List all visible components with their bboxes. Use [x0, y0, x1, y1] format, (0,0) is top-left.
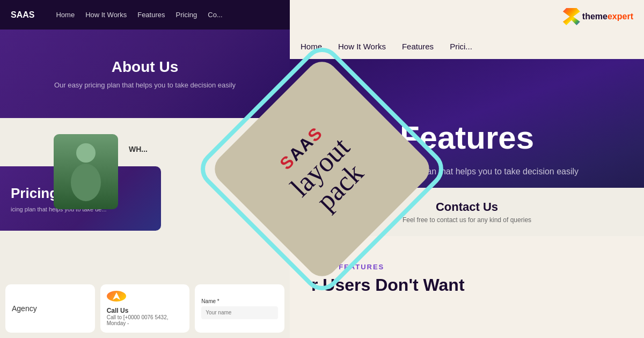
- logo-text: themeexpert: [582, 12, 633, 21]
- call-icon: [107, 291, 126, 302]
- users-dont-want-heading: r Users Don't Want: [301, 275, 633, 295]
- left-nav-links: Home How It Works Features Pricing Co...: [56, 11, 222, 19]
- left-nav-pricing[interactable]: Pricing: [176, 11, 197, 19]
- right-nav-features[interactable]: Features: [402, 42, 434, 51]
- svg-marker-2: [113, 292, 120, 300]
- about-us-section: About Us Our easy pricing plan that help…: [0, 30, 290, 118]
- left-logo: SAAS: [11, 10, 34, 20]
- contact-subtitle: Feel free to contact us for any kind of …: [402, 216, 531, 224]
- person-image-inner: [54, 134, 118, 209]
- themexpert-logo: themeexpert: [563, 8, 633, 25]
- left-nav-features[interactable]: Features: [137, 11, 165, 19]
- logo-expert: expert: [608, 12, 633, 21]
- left-nav-howitworks[interactable]: How It Works: [85, 11, 127, 19]
- agency-card: Agency: [5, 284, 95, 333]
- contact-title: Contact Us: [436, 200, 498, 214]
- right-nav-howitworks[interactable]: How It Works: [338, 42, 386, 51]
- agency-label: Agency: [12, 304, 89, 313]
- logo-theme: theme: [582, 12, 608, 21]
- form-name-label: Name *: [201, 298, 278, 304]
- who-text: WH...: [129, 145, 148, 153]
- call-us-card: Call Us Call to [+0000 0076 5432, Monday…: [100, 284, 190, 333]
- right-nav-pricing[interactable]: Prici...: [450, 42, 472, 51]
- person-image: [54, 134, 118, 209]
- contact-form: Name *: [201, 298, 278, 319]
- form-name-input[interactable]: [201, 306, 278, 319]
- about-us-title: About Us: [112, 58, 178, 76]
- call-us-title: Call Us: [107, 307, 184, 314]
- svg-point-0: [76, 143, 96, 163]
- call-us-detail: Call to [+0000 0076 5432, Monday -: [107, 314, 184, 326]
- left-navbar: SAAS Home How It Works Features Pricing …: [0, 0, 290, 30]
- cards-row: Agency Call Us Call to [+0000 0076 5432,…: [0, 279, 290, 338]
- right-nav-links: Home How It Works Features Prici...: [301, 42, 633, 51]
- form-card: Name *: [195, 284, 284, 333]
- logo-x-icon: [563, 8, 580, 25]
- left-nav-home[interactable]: Home: [56, 11, 75, 19]
- svg-point-1: [71, 164, 101, 201]
- right-navbar: Home How It Works Features Prici... them…: [290, 0, 644, 59]
- about-us-subtitle: Our easy pricing plan that helps you to …: [54, 81, 236, 89]
- left-nav-contact[interactable]: Co...: [208, 11, 222, 19]
